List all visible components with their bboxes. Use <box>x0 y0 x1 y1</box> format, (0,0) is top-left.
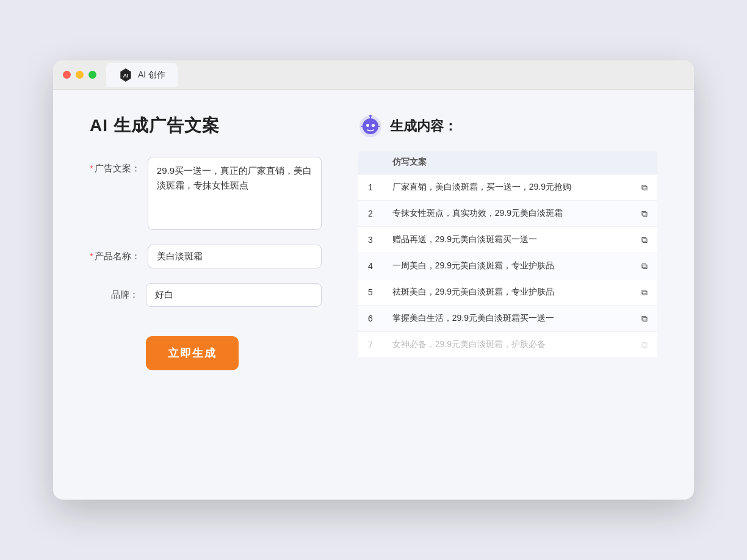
main-content: AI 生成广告文案 *广告文案： 29.9买一送一，真正的厂家直销，美白淡斑霜，… <box>53 90 694 395</box>
copy-button[interactable]: ⧉ <box>632 201 657 227</box>
row-text: 厂家直销，美白淡斑霜，买一送一，29.9元抢购 <box>383 174 632 201</box>
browser-window: AI AI 创作 AI 生成广告文案 *广告文案： 29.9买一送一，真正的厂家… <box>53 60 694 500</box>
product-name-required: * <box>90 251 93 261</box>
minimize-button[interactable] <box>76 71 84 79</box>
table-row: 3赠品再送，29.9元美白淡斑霜买一送一⧉ <box>358 227 657 253</box>
row-number: 3 <box>358 227 383 253</box>
row-text: 祛斑美白，29.9元美白淡斑霜，专业护肤品 <box>383 279 632 306</box>
bot-icon <box>358 114 383 138</box>
svg-text:AI: AI <box>123 73 129 79</box>
table-row: 1厂家直销，美白淡斑霜，买一送一，29.9元抢购⧉ <box>358 174 657 201</box>
table-header: 仿写文案 <box>358 151 657 174</box>
generate-button[interactable]: 立即生成 <box>146 336 239 370</box>
ad-copy-group: *广告文案： 29.9买一送一，真正的厂家直销，美白淡斑霜，专抹女性斑点 <box>90 157 322 230</box>
copy-button[interactable]: ⧉ <box>632 306 657 332</box>
row-number: 2 <box>358 201 383 227</box>
ad-copy-textarea[interactable]: 29.9买一送一，真正的厂家直销，美白淡斑霜，专抹女性斑点 <box>148 157 322 230</box>
copy-button[interactable]: ⧉ <box>632 227 657 253</box>
ai-logo-icon: AI <box>118 68 133 82</box>
maximize-button[interactable] <box>88 71 96 79</box>
copy-button[interactable]: ⧉ <box>632 253 657 279</box>
row-text: 赠品再送，29.9元美白淡斑霜买一送一 <box>383 227 632 253</box>
product-name-input[interactable] <box>148 245 322 268</box>
page-title: AI 生成广告文案 <box>90 114 322 137</box>
tab-ai-creation[interactable]: AI AI 创作 <box>106 63 178 87</box>
right-panel: 生成内容： 仿写文案 1厂家直销，美白淡斑霜，买一送一，29.9元抢购⧉2专抹女… <box>358 114 657 370</box>
svg-point-3 <box>363 118 378 134</box>
row-number: 6 <box>358 306 383 332</box>
row-number: 1 <box>358 174 383 201</box>
table-row: 4一周美白，29.9元美白淡斑霜，专业护肤品⧉ <box>358 253 657 279</box>
product-name-group: *产品名称： <box>90 245 322 268</box>
right-header: 生成内容： <box>358 114 657 138</box>
svg-rect-4 <box>366 124 369 127</box>
col-copy: 仿写文案 <box>383 151 632 174</box>
copy-button[interactable]: ⧉ <box>632 174 657 201</box>
row-text: 专抹女性斑点，真实功效，29.9元美白淡斑霜 <box>383 201 632 227</box>
table-row: 7女神必备，29.9元美白淡斑霜，护肤必备⧉ <box>358 332 657 358</box>
col-action <box>632 151 657 174</box>
table-row: 5祛斑美白，29.9元美白淡斑霜，专业护肤品⧉ <box>358 279 657 306</box>
row-text: 一周美白，29.9元美白淡斑霜，专业护肤品 <box>383 253 632 279</box>
right-title: 生成内容： <box>390 117 457 135</box>
row-text: 女神必备，29.9元美白淡斑霜，护肤必备 <box>383 332 632 358</box>
row-text: 掌握美白生活，29.9元美白淡斑霜买一送一 <box>383 306 632 332</box>
ad-copy-label: *广告文案： <box>90 157 140 174</box>
tab-label: AI 创作 <box>138 70 165 81</box>
col-num <box>358 151 383 174</box>
table-row: 2专抹女性斑点，真实功效，29.9元美白淡斑霜⧉ <box>358 201 657 227</box>
titlebar: AI AI 创作 <box>53 60 694 90</box>
results-table: 仿写文案 1厂家直销，美白淡斑霜，买一送一，29.9元抢购⧉2专抹女性斑点，真实… <box>358 151 657 358</box>
traffic-lights <box>63 71 96 79</box>
table-row: 6掌握美白生活，29.9元美白淡斑霜买一送一⧉ <box>358 306 657 332</box>
brand-label: 品牌： <box>90 283 139 301</box>
brand-group: 品牌： <box>90 283 322 307</box>
row-number: 7 <box>358 332 383 358</box>
ad-copy-required: * <box>90 163 93 173</box>
product-name-label: *产品名称： <box>90 245 140 262</box>
row-number: 4 <box>358 253 383 279</box>
row-number: 5 <box>358 279 383 306</box>
left-panel: AI 生成广告文案 *广告文案： 29.9买一送一，真正的厂家直销，美白淡斑霜，… <box>90 114 322 370</box>
brand-input[interactable] <box>146 283 322 307</box>
svg-point-7 <box>369 115 372 117</box>
results-body: 1厂家直销，美白淡斑霜，买一送一，29.9元抢购⧉2专抹女性斑点，真实功效，29… <box>358 174 657 358</box>
copy-button[interactable]: ⧉ <box>632 332 657 358</box>
close-button[interactable] <box>63 71 71 79</box>
svg-rect-5 <box>372 124 375 127</box>
copy-button[interactable]: ⧉ <box>632 279 657 306</box>
